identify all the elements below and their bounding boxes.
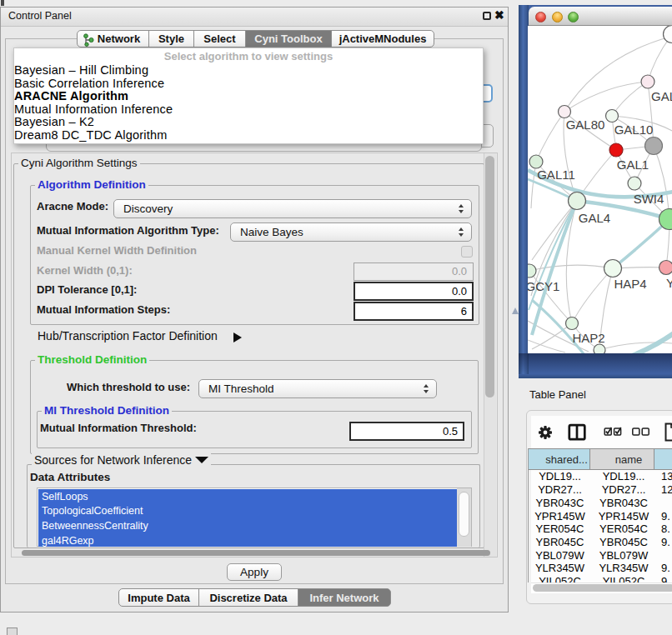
svg-text:GCY1: GCY1 <box>528 279 559 293</box>
svg-text:SWI4: SWI4 <box>634 192 664 206</box>
svg-text:GAL11: GAL11 <box>537 168 575 182</box>
svg-text:GAL80: GAL80 <box>566 118 605 132</box>
svg-text:Y: Y <box>666 276 672 290</box>
svg-text:GAL10: GAL10 <box>614 122 654 137</box>
svg-text:HAP2: HAP2 <box>572 331 604 345</box>
svg-text:GAL4: GAL4 <box>579 211 610 225</box>
svg-text:GAL: GAL <box>651 89 672 103</box>
svg-text:HAP4: HAP4 <box>614 277 646 291</box>
svg-text:GAL1: GAL1 <box>617 158 649 172</box>
